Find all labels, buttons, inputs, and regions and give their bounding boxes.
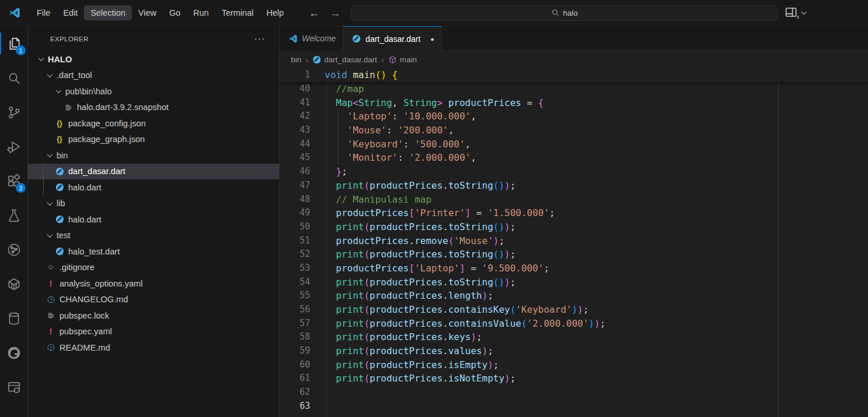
code-line-48[interactable]: 48 // Manipulasi map [280, 193, 868, 207]
search-value: halo [563, 9, 578, 17]
activity-run-debug-icon[interactable] [0, 129, 28, 164]
menu-terminal[interactable]: Terminal [215, 5, 260, 20]
code-line-46[interactable]: 46 }; [280, 165, 868, 179]
code-line-49[interactable]: 49 productPrices['Printer'] = '1.500.000… [280, 206, 868, 220]
code-line-60[interactable]: 60 print(productPrices.isEmpty); [280, 358, 868, 372]
sticky-scroll-line[interactable]: 1void main() { [280, 68, 868, 82]
code-line-54[interactable]: 54 print(productPrices.toString()); [280, 275, 868, 289]
tree-item-label: .dart_tool [57, 70, 92, 80]
code-text: print(productPrices.containsKey('Keyboar… [325, 303, 589, 317]
line-number: 60 [280, 358, 310, 372]
tree-folder-test[interactable]: test [28, 228, 279, 244]
tree-file-dart-dasar-dart[interactable]: dart_dasar.dart [28, 164, 279, 180]
breadcrumb-item-dart-dasar-dart[interactable]: dart_dasar.dart [312, 55, 377, 64]
tree-file--gitignore[interactable]: .gitignore [28, 260, 279, 276]
menu-edit[interactable]: Edit [57, 5, 84, 20]
tree-file-analysis-options-yaml[interactable]: !analysis_options.yaml [28, 275, 279, 292]
activity-testing-icon[interactable] [0, 198, 28, 232]
code-line-41[interactable]: 41 Map<String, String> productPrices = { [280, 96, 868, 110]
tree-item-label: README.md [59, 343, 110, 352]
code-text: print(productPrices.containsValue('2.000… [325, 317, 606, 331]
activity-sql-database-icon[interactable] [0, 370, 28, 404]
tab-welcome[interactable]: Welcome [280, 26, 343, 51]
menu-help[interactable]: Help [260, 5, 290, 20]
tree-file-halo-test-dart[interactable]: halo_test.dart [28, 243, 279, 260]
back-arrow-icon[interactable]: ← [307, 7, 321, 20]
code-line-61[interactable]: 61 print(productPrices.isNotEmpty); [280, 372, 868, 386]
line-number: 45 [280, 151, 310, 165]
dart-file-icon [54, 166, 65, 176]
activity-container-icon[interactable] [0, 267, 28, 301]
layout-x-badge: x [797, 15, 800, 20]
breadcrumb-label: bin [291, 55, 301, 64]
tree-folder-halo[interactable]: HALO [28, 51, 279, 68]
code-line-45[interactable]: 45 'Monitor': '2.000.000', [280, 151, 868, 165]
tree-item-label: lib [57, 199, 65, 208]
code-line-42[interactable]: 42 'Laptop': '10.000.000', [280, 109, 868, 123]
tree-file-package-config-json[interactable]: {}package_config.json [28, 115, 279, 132]
activity-bar: 13 [0, 26, 28, 417]
list-file-icon [62, 102, 74, 112]
tree-file-halo-dart[interactable]: halo.dart [28, 179, 279, 196]
tree-folder--dart-tool[interactable]: .dart_tool [28, 68, 279, 84]
menu-selection[interactable]: Selection [84, 5, 132, 20]
breadcrumb-label: main [400, 55, 417, 64]
code-line-51[interactable]: 51 productPrices.remove('Mouse'); [280, 234, 868, 248]
activity-search-icon[interactable] [0, 61, 28, 95]
code-line-53[interactable]: 53 productPrices['Laptop'] = '9.500.000'… [280, 261, 868, 275]
layout-controls[interactable]: x [783, 5, 805, 20]
tree-file-pubspec-yaml[interactable]: !pubspec.yaml [28, 324, 279, 340]
clock-file-icon [45, 294, 57, 305]
activity-explorer-icon[interactable]: 1 [0, 26, 28, 61]
code-line-57[interactable]: 57 print(productPrices.containsValue('2.… [280, 317, 868, 331]
activity-database-icon[interactable] [0, 301, 28, 335]
code-line-59[interactable]: 59 print(productPrices.values); [280, 344, 868, 358]
customize-layout-icon[interactable]: x [783, 5, 799, 20]
more-actions-icon[interactable]: ··· [248, 34, 271, 44]
command-center-search[interactable]: halo [351, 5, 778, 21]
code-line-63[interactable]: 63 [280, 400, 868, 414]
chevron-down-icon [45, 70, 54, 80]
chevron-down-icon[interactable] [801, 9, 807, 15]
menu-go[interactable]: Go [163, 5, 187, 20]
code-line-50[interactable]: 50 print(productPrices.toString()); [280, 220, 868, 234]
tree-file-readme-md[interactable]: README.md [28, 340, 279, 356]
tree-folder-bin[interactable]: bin [28, 147, 279, 164]
sticky-code-line[interactable]: 1void main() { [280, 68, 868, 82]
modified-dot-icon[interactable]: ● [430, 36, 434, 43]
activity-share-circle-icon[interactable] [0, 232, 28, 267]
code-line-47[interactable]: 47 print(productPrices.toString()); [280, 179, 868, 193]
code-line-52[interactable]: 52 print(productPrices.toString()); [280, 248, 868, 261]
tree-file-pubspec-lock[interactable]: pubspec.lock [28, 308, 279, 324]
code-line-62[interactable]: 62 [280, 386, 868, 400]
code-area[interactable]: 40 //map41 Map<String, String> productPr… [280, 82, 868, 417]
activity-source-control-icon[interactable] [0, 95, 28, 129]
git-file-icon [45, 262, 57, 273]
breadcrumb-item-bin[interactable]: bin [291, 55, 301, 64]
breadcrumb-item-main[interactable]: main [388, 55, 417, 64]
code-text: print(productPrices.keys); [325, 330, 482, 344]
vscode-icon [288, 34, 298, 44]
code-line-55[interactable]: 55 print(productPrices.length); [280, 289, 868, 303]
tree-file-halo-dart[interactable]: halo.dart [28, 211, 279, 228]
activity-edge-browser-icon[interactable] [0, 335, 28, 370]
menu-run[interactable]: Run [187, 5, 216, 20]
menu-view[interactable]: View [132, 5, 163, 20]
tab-dart-dasar-dart[interactable]: dart_dasar.dart● [343, 26, 442, 51]
menu-file[interactable]: File [30, 5, 57, 20]
code-line-56[interactable]: 56 print(productPrices.containsKey('Keyb… [280, 303, 868, 317]
tree-file-halo-dart-3-9-2-snapshot[interactable]: halo.dart-3.9.2.snapshot [28, 100, 279, 116]
code-line-40[interactable]: 40 //map [280, 82, 868, 96]
forward-arrow-icon[interactable]: → [328, 7, 342, 20]
line-number: 42 [280, 109, 310, 123]
tree-file-package-graph-json[interactable]: {}package_graph.json [28, 132, 279, 148]
tree-file-changelog-md[interactable]: CHANGELOG.md [28, 292, 279, 308]
code-line-43[interactable]: 43 'Mouse': '200.000', [280, 123, 868, 137]
code-line-44[interactable]: 44 'Keyboard': '500.000', [280, 137, 868, 151]
chevron-down-icon [45, 151, 54, 160]
tree-folder-pub-bin-halo[interactable]: pub\bin\halo [28, 83, 279, 100]
code-line-58[interactable]: 58 print(productPrices.keys); [280, 330, 868, 344]
activity-extensions-icon[interactable]: 3 [0, 164, 28, 198]
tree-folder-lib[interactable]: lib [28, 196, 279, 212]
tree-item-label: halo.dart [68, 215, 101, 224]
